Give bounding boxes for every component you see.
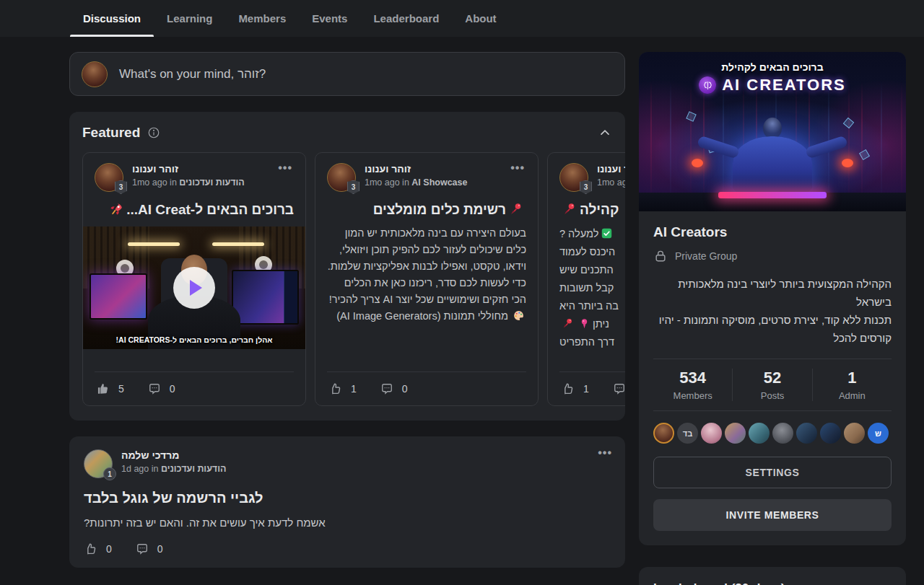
featured-card[interactable]: 3זוהר וענונו1mo ago in הודעות ועדכונים••… — [547, 152, 625, 406]
author-avatar[interactable]: 3 — [327, 163, 356, 192]
member-level-badge: 3 — [347, 180, 359, 194]
featured-card-header: 3זוהר וענונו1mo ago in AI Showcase••• — [327, 163, 526, 192]
video-caption: אהלן חברים, ברוכים הבאים ל-AI CREATORS! — [83, 335, 305, 344]
top-navigation-bar: DiscussionLearningMembersEventsLeaderboa… — [0, 0, 924, 37]
author-name[interactable]: זוהר וענונו — [132, 163, 245, 175]
video-thumbnail[interactable]: אהלן חברים, ברוכים הבאים ל-AI CREATORS! — [83, 226, 305, 349]
member-avatar[interactable] — [772, 423, 793, 444]
stat-members: 534Members — [653, 369, 732, 401]
comment-count: 0 — [402, 383, 408, 395]
featured-card-title-text: ברוכים הבאים ל-AI Creat... — [126, 202, 294, 217]
member-avatar[interactable] — [820, 423, 841, 444]
author-name[interactable]: זוהר וענונו — [365, 163, 467, 175]
author-name[interactable]: זוהר וענונו — [597, 163, 625, 175]
author-block: זוהר וענונו1mo ago in AI Showcase — [365, 163, 467, 188]
lock-icon — [653, 249, 668, 263]
tab-discussion[interactable]: Discussion — [70, 0, 154, 37]
card-menu-button[interactable]: ••• — [509, 163, 526, 173]
featured-card[interactable]: 3זוהר וענונו1mo ago in AI Showcase•••רשי… — [315, 152, 539, 406]
member-avatar[interactable] — [749, 423, 770, 444]
body-line: ניתן — [559, 315, 625, 333]
like-button[interactable]: 1 — [328, 382, 357, 396]
card-menu-button[interactable]: ••• — [276, 163, 294, 173]
pushpin-icon — [562, 317, 574, 330]
card-engagement: 50 — [95, 371, 294, 405]
post-category[interactable]: AI Showcase — [411, 177, 467, 188]
post-meta: 1mo ago in הודעות ועדכונים — [597, 177, 625, 188]
member-avatar[interactable] — [653, 423, 674, 444]
featured-section: Featured 3זוהר וענונו1mo ago in הודעות ו… — [69, 112, 625, 421]
body-line: דרך התפריט — [559, 333, 625, 351]
post-composer[interactable]: What's on your mind, זוהר? — [69, 52, 625, 96]
stat-label: Admin — [813, 390, 892, 401]
member-avatar[interactable] — [701, 423, 722, 444]
featured-card-title[interactable]: ברוכים הבאים ל-AI Creat... — [95, 202, 294, 218]
stat-label: Members — [653, 390, 732, 401]
feed-post[interactable]: ••• 1 מרדכי שלמה 1d ago in הודעות ועדכונ… — [69, 436, 625, 568]
group-privacy-label: Private Group — [675, 250, 737, 262]
featured-header: Featured — [82, 125, 625, 141]
stat-admin: 1Admin — [812, 369, 892, 401]
invite-members-button[interactable]: INVITE MEMBERS — [653, 499, 892, 531]
comment-button[interactable]: 0 — [135, 542, 163, 556]
post-engagement: 0 0 — [84, 542, 611, 556]
comment-button[interactable]: 0 — [147, 382, 175, 396]
post-meta: 1d ago in הודעות ועדכונים — [121, 464, 226, 474]
featured-card-title[interactable]: רשימת כלים מומלצים — [327, 202, 526, 218]
member-level-badge: 3 — [115, 180, 127, 194]
tab-leaderboard[interactable]: Leaderboard — [360, 0, 452, 37]
card-engagement: 10 — [327, 371, 526, 405]
banner-brand-row: AI CREATORS — [639, 76, 906, 94]
like-button[interactable]: 1 — [561, 382, 589, 396]
pin2-icon — [578, 317, 590, 330]
post-title[interactable]: לגביי הרשמה של גוגל בלבד — [84, 490, 611, 506]
info-icon[interactable] — [147, 126, 160, 139]
stat-value: 52 — [733, 369, 811, 387]
post-author-name[interactable]: מרדכי שלמה — [121, 449, 226, 461]
pushpin-icon — [509, 202, 523, 216]
featured-title: Featured — [82, 125, 140, 141]
like-button[interactable]: 0 — [84, 542, 112, 556]
comment-count: 0 — [170, 383, 175, 395]
current-user-avatar[interactable] — [82, 61, 108, 87]
featured-cards-row: 3זוהר וענונו1mo ago in הודעות ועדכונים••… — [82, 152, 625, 406]
author-avatar[interactable]: 3 — [95, 163, 123, 192]
group-name: AI Creators — [653, 224, 892, 240]
member-avatar[interactable] — [725, 423, 746, 444]
comment-button[interactable]: 0 — [380, 382, 408, 396]
post-author-avatar[interactable]: 1 — [84, 449, 113, 478]
play-button[interactable] — [173, 267, 215, 309]
featured-card-title[interactable]: קהילה — [559, 202, 625, 218]
tab-members[interactable]: Members — [225, 0, 299, 37]
post-menu-button[interactable]: ••• — [596, 448, 614, 458]
featured-card-header: 3זוהר וענונו1mo ago in הודעות ועדכונים••… — [559, 163, 625, 192]
tab-learning[interactable]: Learning — [154, 0, 225, 37]
composer-prompt[interactable]: What's on your mind, זוהר? — [119, 67, 266, 82]
member-avatar[interactable]: ש — [868, 423, 889, 444]
member-avatar[interactable] — [844, 423, 865, 444]
like-button[interactable]: 5 — [96, 382, 124, 396]
post-meta: 1mo ago in AI Showcase — [365, 177, 467, 188]
tab-about[interactable]: About — [452, 0, 509, 37]
stat-posts: 52Posts — [732, 369, 811, 401]
group-cover-image[interactable]: ברוכים הבאים לקהילת AI CREATORS — [639, 52, 906, 211]
settings-button[interactable]: SETTINGS — [653, 457, 892, 488]
collapse-chevron-up-icon[interactable] — [598, 126, 612, 140]
author-avatar[interactable]: 3 — [559, 163, 588, 192]
main-column: What's on your mind, זוהר? Featured 3זוה… — [69, 52, 625, 568]
comment-button[interactable]: 0 — [612, 382, 625, 396]
author-block: זוהר וענונו1mo ago in הודעות ועדכונים — [132, 163, 245, 188]
tab-events[interactable]: Events — [299, 0, 360, 37]
post-header: 1 מרדכי שלמה 1d ago in הודעות ועדכונים — [84, 449, 611, 478]
body-line: התכנים שיש — [559, 261, 625, 279]
member-avatar[interactable] — [796, 423, 817, 444]
card-engagement: 10 — [559, 371, 625, 405]
featured-card[interactable]: 3זוהר וענונו1mo ago in הודעות ועדכונים••… — [82, 152, 306, 406]
banner-welcome-text: ברוכים הבאים לקהילת — [639, 61, 906, 73]
post-category[interactable]: הודעות ועדכונים — [179, 177, 244, 188]
featured-card-body: למעלה ?היכנס לעמודהתכנים שישקבל תשובותבה… — [559, 225, 625, 351]
post-category[interactable]: הודעות ועדכונים — [161, 464, 226, 474]
leaderboard-title: Leaderboard (30-days) — [653, 581, 892, 585]
featured-card-header: 3זוהר וענונו1mo ago in הודעות ועדכונים••… — [95, 163, 294, 192]
member-avatar[interactable]: בד — [677, 423, 698, 444]
